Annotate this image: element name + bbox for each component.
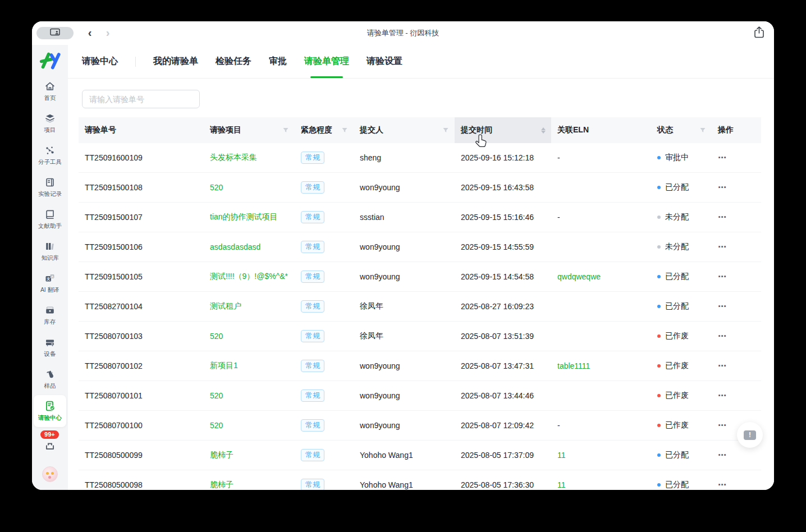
status-label: 未分配	[665, 242, 689, 252]
filter-icon[interactable]	[282, 127, 289, 134]
sidebar-item-label: 实验记录	[38, 190, 62, 198]
cell-urgency: 常规	[295, 241, 354, 253]
cell-submitter: ssstian	[354, 213, 455, 222]
eln-link[interactable]: table1111	[557, 361, 590, 370]
sidebar-item-molecule[interactable]: 分子工具	[34, 139, 66, 171]
table-row[interactable]: TT25080500098脆柿子常规Yohoho Wang12025-08-05…	[79, 470, 761, 490]
sidebar-item-home[interactable]: 首页	[34, 75, 66, 107]
status-dot	[657, 364, 661, 368]
sidebar-item-translate[interactable]: 文AAI 翻译	[34, 267, 66, 299]
column-header-project[interactable]: 请验项目	[204, 117, 295, 143]
project-link[interactable]: 脆柿子	[210, 480, 233, 490]
eln-link[interactable]: qwdqweqwe	[557, 272, 601, 281]
filter-icon[interactable]	[699, 127, 706, 134]
table-row[interactable]: TT25082700104测试租户常规徐凤年2025-08-27 16:09:2…	[79, 292, 761, 322]
project-link[interactable]: 新项目1	[210, 361, 238, 371]
feedback-button[interactable]: !	[737, 422, 763, 448]
eln-link[interactable]: 11	[557, 480, 566, 489]
tab-0[interactable]: 请验中心	[82, 45, 118, 78]
project-link[interactable]: 脆柿子	[210, 450, 233, 460]
sidebar-item-projects[interactable]: 项目	[34, 107, 66, 139]
table-row[interactable]: TT25080700103520常规徐凤年2025-08-07 13:51:39…	[79, 322, 761, 351]
row-actions-button[interactable]: ⋯	[718, 480, 727, 490]
cell-status: 已分配	[651, 182, 712, 192]
table-row[interactable]: TT25080700101520常规won9young2025-08-07 13…	[79, 381, 761, 411]
tab-4[interactable]: 请验单管理	[304, 45, 349, 78]
row-actions-button[interactable]: ⋯	[718, 391, 727, 401]
status-dot	[657, 394, 661, 397]
table-row[interactable]: TT25080700102新项目1常规won9young2025-08-07 1…	[79, 351, 761, 381]
table-row[interactable]: TT25091500106asdasdasdasd常规won9young2025…	[79, 232, 761, 262]
column-header-eln[interactable]: 关联ELN	[551, 117, 651, 143]
app-logo-icon[interactable]	[38, 49, 62, 72]
search-input[interactable]	[82, 90, 200, 108]
table-row[interactable]: TT25091600109头发标本采集常规sheng2025-09-16 15:…	[79, 143, 761, 173]
table-row[interactable]: TT25091500107tian的协作测试项目常规ssstian2025-09…	[79, 203, 761, 232]
column-header-status[interactable]: 状态	[651, 117, 712, 143]
row-actions-button[interactable]: ⋯	[718, 182, 727, 192]
column-header-submitter[interactable]: 提交人	[354, 117, 455, 143]
cell-status: 未分配	[651, 242, 712, 252]
sort-icon[interactable]	[541, 127, 546, 134]
row-actions-button[interactable]: ⋯	[718, 331, 727, 341]
row-actions-button[interactable]: ⋯	[718, 361, 727, 371]
row-actions-button[interactable]: ⋯	[718, 212, 727, 222]
cell-urgency: 常规	[295, 211, 354, 223]
row-actions-button[interactable]: ⋯	[718, 420, 727, 430]
column-header-submit-time[interactable]: 提交时间	[455, 117, 551, 143]
project-link[interactable]: tian的协作测试项目	[210, 212, 278, 222]
notifications-button[interactable]: 99+	[39, 435, 61, 454]
tab-1[interactable]: 我的请验单	[153, 45, 198, 78]
table-header: 请验单号 请验项目 紧急程度 提交人	[79, 117, 761, 143]
tab-2[interactable]: 检验任务	[216, 45, 251, 78]
sidebar-item-knowledge[interactable]: 知识库	[34, 235, 66, 267]
tab-divider	[135, 57, 136, 67]
filter-icon[interactable]	[442, 127, 449, 134]
project-link[interactable]: 测试租户	[210, 301, 241, 311]
sidebar-item-inventory[interactable]: 库存	[34, 299, 66, 331]
project-link[interactable]: 520	[210, 332, 223, 341]
cell-order-no: TT25091500106	[79, 242, 204, 251]
cell-actions: ⋯	[712, 212, 761, 222]
column-header-order-no[interactable]: 请验单号	[79, 117, 204, 143]
share-button[interactable]	[752, 26, 766, 40]
column-header-urgency[interactable]: 紧急程度	[295, 117, 354, 143]
user-avatar[interactable]	[42, 466, 58, 482]
project-link[interactable]: 测试!!!!（9）!@$%^&*	[210, 272, 288, 282]
sidebar-item-experiment[interactable]: 实验记录	[34, 171, 66, 203]
table-row[interactable]: TT25080500099脆柿子常规Yohoho Wang12025-08-05…	[79, 441, 761, 470]
row-actions-button[interactable]: ⋯	[718, 272, 727, 282]
notification-badge: 99+	[40, 430, 59, 439]
filter-icon[interactable]	[341, 127, 348, 134]
eln-link[interactable]: 11	[557, 451, 566, 460]
status-dot	[657, 483, 661, 487]
tab-5[interactable]: 请验设置	[367, 45, 402, 78]
table-row[interactable]: TT25080700100520常规won9young2025-08-07 12…	[79, 411, 761, 441]
translate-icon: 文A	[44, 272, 56, 284]
row-actions-button[interactable]: ⋯	[718, 153, 727, 163]
project-link[interactable]: 头发标本采集	[210, 153, 257, 163]
cell-project: 520	[204, 332, 295, 341]
table-row[interactable]: TT25091500108520常规won9young2025-09-15 16…	[79, 173, 761, 203]
cell-order-no: TT25082700104	[79, 302, 204, 311]
table-row[interactable]: TT25091500105测试!!!!（9）!@$%^&*常规won9young…	[79, 262, 761, 292]
project-link[interactable]: 520	[210, 183, 223, 192]
project-link[interactable]: 520	[210, 391, 223, 400]
cell-actions: ⋯	[712, 361, 761, 371]
project-link[interactable]: 520	[210, 421, 223, 430]
project-link[interactable]: asdasdasdasd	[210, 242, 260, 251]
sidebar-item-literature[interactable]: 文献助手	[34, 203, 66, 235]
row-actions-button[interactable]: ⋯	[718, 301, 727, 311]
urgency-badge: 常规	[301, 300, 324, 313]
column-header-actions[interactable]: 操作	[712, 117, 761, 143]
tab-3[interactable]: 审批	[269, 45, 287, 78]
cell-submitter: won9young	[354, 391, 455, 400]
sidebar-item-inspection[interactable]: 请验中心	[34, 395, 66, 427]
cell-project: 新项目1	[204, 361, 295, 371]
sidebar-item-label: 知识库	[41, 254, 58, 262]
row-actions-button[interactable]: ⋯	[718, 450, 727, 460]
cell-urgency: 常规	[295, 419, 354, 432]
sidebar-item-sample[interactable]: 样品	[34, 363, 66, 395]
row-actions-button[interactable]: ⋯	[718, 242, 727, 252]
sidebar-item-equipment[interactable]: 设备	[34, 331, 66, 363]
